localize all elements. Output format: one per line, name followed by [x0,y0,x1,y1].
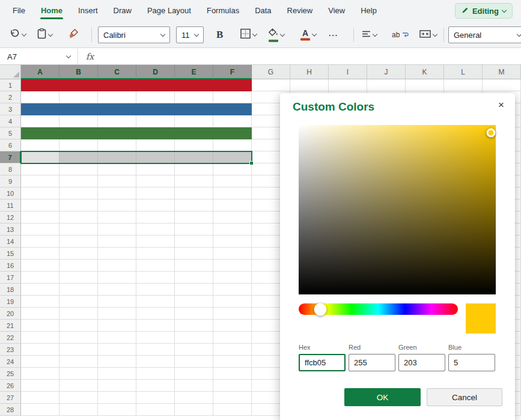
cell-C18[interactable] [98,284,136,296]
cell-B9[interactable] [59,175,98,187]
editing-mode-button[interactable]: Editing [455,3,513,19]
cell-D18[interactable] [136,284,175,296]
cell-B2[interactable] [59,91,98,103]
cell-C6[interactable] [98,139,136,151]
font-size-select[interactable]: 11 [176,26,204,43]
tab-insert[interactable]: Insert [70,0,106,22]
cell-F23[interactable] [213,344,252,356]
cell-C15[interactable] [98,248,136,260]
cell-C14[interactable] [98,236,136,248]
cell-A6[interactable] [21,139,59,151]
cell-F25[interactable] [213,368,252,380]
cell-B5[interactable] [59,127,98,139]
row-header-7[interactable]: 7 [0,151,21,163]
cell-B28[interactable] [59,404,98,416]
cell-G1[interactable] [252,79,290,91]
cell-C28[interactable] [98,404,136,416]
cell-C23[interactable] [98,344,136,356]
cell-F9[interactable] [213,175,252,187]
cell-B15[interactable] [59,248,98,260]
row-header-18[interactable]: 18 [0,284,21,296]
cell-F12[interactable] [213,212,252,224]
hue-slider[interactable] [299,303,458,315]
cell-A8[interactable] [21,163,59,175]
cell-A26[interactable] [21,380,59,392]
tab-home[interactable]: Home [33,0,70,22]
cell-F13[interactable] [213,224,252,236]
cell-A18[interactable] [21,284,59,296]
cell-D23[interactable] [136,344,175,356]
row-header-13[interactable]: 13 [0,224,21,236]
borders-button[interactable] [240,29,257,41]
cell-F28[interactable] [213,404,252,416]
cell-A10[interactable] [21,187,59,199]
row-header-1[interactable]: 1 [0,79,21,91]
wrap-text-button[interactable]: ab [392,29,409,40]
cell-D9[interactable] [136,175,175,187]
paste-button[interactable] [37,28,52,41]
undo-button[interactable] [10,29,26,41]
cell-D12[interactable] [136,212,175,224]
cell-A23[interactable] [21,344,59,356]
cell-E10[interactable] [175,187,213,199]
row-header-19[interactable]: 19 [0,296,21,308]
cell-A12[interactable] [21,212,59,224]
saturation-value-picker[interactable] [299,125,496,294]
tab-help[interactable]: Help [353,0,385,22]
format-painter-button[interactable] [69,29,79,41]
cell-A21[interactable] [21,320,59,332]
cell-A5[interactable] [21,127,59,139]
cell-C20[interactable] [98,308,136,320]
column-header-A[interactable]: A [21,65,59,79]
cell-F26[interactable] [213,380,252,392]
cell-A15[interactable] [21,248,59,260]
cell-F17[interactable] [213,272,252,284]
row-header-16[interactable]: 16 [0,260,21,272]
row-header-8[interactable]: 8 [0,163,21,175]
cell-A24[interactable] [21,356,59,368]
cell-F4[interactable] [213,115,252,127]
tab-view[interactable]: View [320,0,353,22]
cell-B20[interactable] [59,308,98,320]
cell-D10[interactable] [136,187,175,199]
cell-E7[interactable] [175,151,213,163]
column-header-B[interactable]: B [59,65,98,79]
cell-A27[interactable] [21,392,59,404]
cell-C11[interactable] [98,199,136,212]
cell-E28[interactable] [175,404,213,416]
column-header-J[interactable]: J [367,65,406,79]
cancel-button[interactable]: Cancel [427,388,502,406]
cell-B23[interactable] [59,344,98,356]
cell-F15[interactable] [213,248,252,260]
row-header-5[interactable]: 5 [0,127,21,139]
cell-F1[interactable] [213,79,252,91]
column-header-K[interactable]: K [406,65,444,79]
row-header-27[interactable]: 27 [0,392,21,404]
cell-F22[interactable] [213,332,252,344]
cell-C2[interactable] [98,91,136,103]
cell-D6[interactable] [136,139,175,151]
cell-D20[interactable] [136,308,175,320]
cell-C25[interactable] [98,368,136,380]
cell-C13[interactable] [98,224,136,236]
more-font-options-button[interactable]: ⋯ [328,29,338,41]
bold-button[interactable]: B [216,29,223,41]
cell-E16[interactable] [175,260,213,272]
cell-D3[interactable] [136,103,175,115]
cell-C12[interactable] [98,212,136,224]
cell-A3[interactable] [21,103,59,115]
row-header-26[interactable]: 26 [0,380,21,392]
row-header-2[interactable]: 2 [0,91,21,103]
name-box[interactable]: A7 [0,49,78,64]
cell-F10[interactable] [213,187,252,199]
cell-D4[interactable] [136,115,175,127]
cell-B12[interactable] [59,212,98,224]
cell-D11[interactable] [136,199,175,212]
cell-K1[interactable] [406,79,444,91]
cell-E2[interactable] [175,91,213,103]
cell-B26[interactable] [59,380,98,392]
cell-A19[interactable] [21,296,59,308]
cell-E27[interactable] [175,392,213,404]
fill-color-button[interactable] [268,28,284,42]
cell-E21[interactable] [175,320,213,332]
